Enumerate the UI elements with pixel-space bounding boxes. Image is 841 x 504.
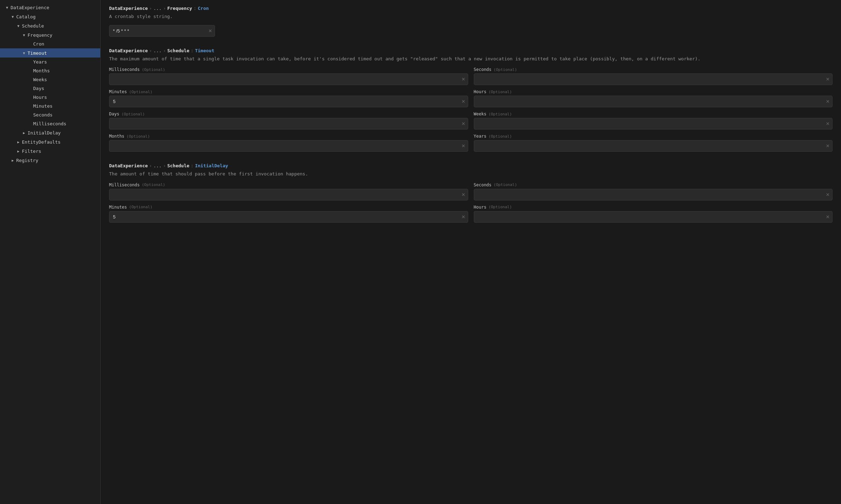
sidebar-item-cron[interactable]: Cron (0, 40, 100, 48)
sidebar-label-initialdelay: InitialDelay (28, 130, 61, 136)
timeout-seconds-input-wrap: ✕ (474, 73, 833, 85)
sidebar-item-timeout[interactable]: Timeout (0, 48, 100, 58)
sidebar-label-frequency: Frequency (28, 32, 52, 38)
initialdelay-form-grid: Milliseconds (Optional) ✕ Seconds (Optio… (109, 182, 833, 223)
initialdelay-minutes-input[interactable] (109, 211, 468, 223)
initialdelay-hours-input[interactable] (474, 211, 833, 223)
timeout-weeks-input-wrap: ✕ (474, 118, 833, 130)
timeout-days-input[interactable] (109, 118, 468, 130)
timeout-hours-input[interactable] (474, 96, 833, 107)
timeout-months-input-wrap: ✕ (109, 140, 468, 152)
main-content: DataExperience › ... › Frequency : Cron … (101, 0, 841, 504)
timeout-months-clear[interactable]: ✕ (461, 143, 465, 149)
initialdelay-minutes-input-wrap: ✕ (109, 211, 468, 223)
sidebar-item-dataexperience[interactable]: DataExperience (0, 3, 100, 12)
sidebar: DataExperienceCatalogScheduleFrequencyCr… (0, 0, 101, 504)
timeout-minutes-input[interactable] (109, 96, 468, 107)
timeout-seconds-group: Seconds (Optional) ✕ (474, 67, 833, 85)
sidebar-item-years[interactable]: Years (0, 58, 100, 66)
initialdelay-milliseconds-input[interactable] (109, 189, 468, 200)
initialdelay-milliseconds-group: Milliseconds (Optional) ✕ (109, 182, 468, 200)
frequency-cron-section: DataExperience › ... › Frequency : Cron … (109, 6, 833, 37)
sidebar-item-hours[interactable]: Hours (0, 93, 100, 102)
timeout-days-clear[interactable]: ✕ (461, 121, 465, 126)
timeout-desc: The maximum amount of time that a single… (109, 55, 833, 62)
timeout-hours-label: Hours (Optional) (474, 89, 833, 94)
timeout-milliseconds-group: Milliseconds (Optional) ✕ (109, 67, 468, 85)
sidebar-label-months: Months (33, 68, 50, 73)
initialdelay-seconds-input-wrap: ✕ (474, 189, 833, 200)
sidebar-label-entitydefaults: EntityDefaults (22, 139, 61, 145)
sidebar-item-catalog[interactable]: Catalog (0, 12, 100, 21)
sidebar-item-milliseconds[interactable]: Milliseconds (0, 119, 100, 128)
schedule-timeout-section: DataExperience › ... › Schedule : Timeou… (109, 48, 833, 152)
breadcrumb-timeout-label: Timeout (195, 48, 214, 53)
initialdelay-seconds-clear[interactable]: ✕ (826, 192, 830, 197)
timeout-weeks-clear[interactable]: ✕ (826, 121, 830, 126)
timeout-years-label: Years (Optional) (474, 134, 833, 139)
breadcrumb-sep1: › (149, 6, 152, 11)
sidebar-label-timeout: Timeout (28, 50, 47, 56)
breadcrumb-colon1: : (193, 6, 196, 11)
timeout-days-input-wrap: ✕ (109, 118, 468, 130)
timeout-hours-group: Hours (Optional) ✕ (474, 89, 833, 107)
sidebar-label-hours: Hours (33, 95, 47, 100)
breadcrumb-de3: DataExperience (109, 163, 148, 168)
chevron-down-icon (21, 32, 27, 38)
initialdelay-minutes-clear[interactable]: ✕ (461, 214, 465, 220)
initialdelay-hours-clear[interactable]: ✕ (826, 214, 830, 220)
breadcrumb-initialdelay: DataExperience › ... › Schedule : Initia… (109, 163, 833, 168)
chevron-down-icon (10, 14, 16, 19)
timeout-milliseconds-input-wrap: ✕ (109, 73, 468, 85)
timeout-years-input[interactable] (474, 140, 833, 152)
sidebar-label-registry: Registry (16, 158, 38, 163)
timeout-milliseconds-clear[interactable]: ✕ (461, 77, 465, 82)
timeout-minutes-label: Minutes (Optional) (109, 89, 468, 94)
timeout-milliseconds-input[interactable] (109, 73, 468, 85)
chevron-right-icon (21, 130, 27, 136)
initialdelay-milliseconds-clear[interactable]: ✕ (461, 192, 465, 197)
sidebar-item-minutes[interactable]: Minutes (0, 102, 100, 110)
sidebar-item-weeks[interactable]: Weeks (0, 75, 100, 84)
initialdelay-milliseconds-input-wrap: ✕ (109, 189, 468, 200)
sidebar-item-months[interactable]: Months (0, 66, 100, 75)
timeout-seconds-clear[interactable]: ✕ (826, 77, 830, 82)
breadcrumb-schedule2: Schedule (167, 163, 190, 168)
chevron-right-icon (16, 139, 21, 145)
cron-input[interactable] (109, 25, 215, 37)
timeout-weeks-input[interactable] (474, 118, 833, 130)
timeout-months-input[interactable] (109, 140, 468, 152)
timeout-minutes-clear[interactable]: ✕ (461, 99, 465, 104)
sidebar-label-weeks: Weeks (33, 77, 47, 82)
schedule-initialdelay-section: DataExperience › ... › Schedule : Initia… (109, 163, 833, 223)
sidebar-item-seconds[interactable]: Seconds (0, 110, 100, 119)
initialdelay-seconds-input[interactable] (474, 189, 833, 200)
timeout-hours-clear[interactable]: ✕ (826, 99, 830, 104)
timeout-form-grid: Milliseconds (Optional) ✕ Seconds (Optio… (109, 67, 833, 152)
sidebar-label-minutes: Minutes (33, 103, 53, 109)
timeout-seconds-input[interactable] (474, 73, 833, 85)
sidebar-item-schedule[interactable]: Schedule (0, 21, 100, 30)
breadcrumb-ellipsis1: ... (153, 6, 161, 11)
initialdelay-hours-group: Hours (Optional) ✕ (474, 205, 833, 223)
timeout-weeks-label: Weeks (Optional) (474, 112, 833, 116)
cron-clear-button[interactable]: ✕ (208, 28, 212, 34)
breadcrumb-initialdelay-label: InitialDelay (195, 163, 228, 168)
timeout-minutes-group: Minutes (Optional) ✕ (109, 89, 468, 107)
sidebar-item-days[interactable]: Days (0, 84, 100, 93)
sidebar-item-registry[interactable]: Registry (0, 156, 100, 165)
sidebar-item-entitydefaults[interactable]: EntityDefaults (0, 137, 100, 146)
timeout-months-label: Months (Optional) (109, 134, 468, 139)
sidebar-item-initialdelay[interactable]: InitialDelay (0, 128, 100, 137)
chevron-right-icon (10, 157, 16, 163)
sidebar-item-filters[interactable]: Filters (0, 146, 100, 156)
timeout-years-clear[interactable]: ✕ (826, 143, 830, 149)
timeout-days-label: Days (Optional) (109, 112, 468, 116)
breadcrumb-de2: DataExperience (109, 48, 148, 53)
sidebar-item-frequency[interactable]: Frequency (0, 30, 100, 40)
sidebar-label-dataexperience: DataExperience (11, 5, 49, 10)
chevron-down-icon (4, 5, 10, 10)
cron-input-wrap: ✕ (109, 25, 215, 37)
timeout-years-group: Years (Optional) ✕ (474, 134, 833, 152)
initialdelay-hours-label: Hours (Optional) (474, 205, 833, 210)
